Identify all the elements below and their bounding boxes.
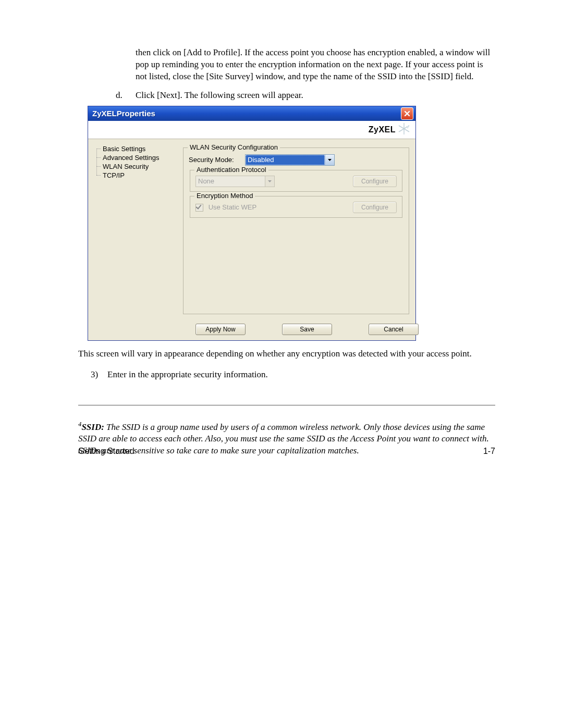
nav-tree: Basic Settings Advanced Settings WLAN Se…	[93, 143, 177, 318]
group-title: Encryption Method	[194, 192, 255, 200]
svg-line-4	[399, 129, 404, 132]
configure-auth-button: Configure	[353, 176, 397, 187]
dialog-body: Basic Settings Advanced Settings WLAN Se…	[88, 139, 415, 320]
brand-row: ZyXEL	[88, 121, 415, 139]
close-icon	[404, 110, 410, 117]
page-footer: Getting Started 1-7	[78, 447, 495, 456]
window-title: ZyXELProperties	[92, 109, 401, 118]
save-button[interactable]: Save	[282, 324, 332, 335]
authentication-protocol-group: Authentication Protocol None Configure	[190, 170, 402, 192]
text: then click on [Add to Profile]. If the a…	[136, 47, 495, 83]
security-mode-row: Security Mode: Disabled	[189, 154, 403, 166]
footer-section-title: Getting Started	[78, 447, 134, 456]
list-marker: 3)	[91, 369, 107, 380]
encryption-method-group: Encryption Method Use Static WEP Configu…	[190, 196, 402, 218]
content-panel: WLAN Security Configuration Security Mod…	[182, 143, 410, 318]
tree-item-tcpip[interactable]: TCP/IP	[93, 171, 177, 180]
tree-item-basic-settings[interactable]: Basic Settings	[93, 144, 177, 153]
step-3: 3) Enter in the appropriate security inf…	[91, 369, 495, 380]
document-page: then click on [Add to Profile]. If the a…	[0, 0, 563, 728]
auth-protocol-select: None	[195, 176, 275, 187]
dialog-button-row: Apply Now Save Cancel	[182, 320, 415, 340]
svg-line-2	[404, 129, 409, 132]
chevron-down-icon	[325, 155, 334, 165]
titlebar[interactable]: ZyXELProperties	[88, 106, 415, 121]
footnote-label: SSID:	[81, 422, 104, 431]
group-title: Authentication Protocol	[194, 166, 268, 174]
text: This screen will vary in appearance depe…	[78, 348, 495, 360]
security-mode-value: Disabled	[246, 155, 325, 165]
list-marker: d.	[116, 90, 136, 101]
security-mode-label: Security Mode:	[189, 156, 241, 164]
group-title: WLAN Security Configuration	[188, 143, 280, 151]
dialog-screenshot: ZyXELProperties ZyXEL	[88, 106, 495, 341]
zyxel-properties-dialog: ZyXELProperties ZyXEL	[88, 106, 416, 341]
tree-item-wlan-security[interactable]: WLAN Security	[93, 162, 177, 171]
paragraph-continuation: then click on [Add to Profile]. If the a…	[136, 47, 495, 83]
step-text: Click [Next]. The following screen will …	[136, 90, 303, 101]
brand-label: ZyXEL	[369, 125, 396, 134]
horizontal-rule	[78, 405, 495, 405]
use-static-wep-row: Use Static WEP	[195, 203, 256, 212]
use-static-wep-checkbox	[195, 204, 203, 212]
brand-logo-icon	[398, 123, 410, 136]
security-mode-select[interactable]: Disabled	[245, 154, 335, 166]
wlan-security-config-group: WLAN Security Configuration Security Mod…	[183, 147, 409, 314]
svg-line-5	[399, 126, 404, 129]
apply-now-button[interactable]: Apply Now	[195, 324, 246, 335]
close-button[interactable]	[401, 107, 413, 120]
step-d: d. Click [Next]. The following screen wi…	[116, 90, 495, 101]
footer-page-number: 1-7	[483, 447, 495, 456]
chevron-down-icon	[265, 176, 274, 187]
step-text: Enter in the appropriate security inform…	[107, 369, 268, 380]
auth-protocol-value: None	[196, 176, 265, 187]
tree-item-advanced-settings[interactable]: Advanced Settings	[93, 153, 177, 162]
paragraph: This screen will vary in appearance depe…	[78, 348, 495, 360]
use-static-wep-label: Use Static WEP	[209, 203, 256, 211]
configure-encryption-button: Configure	[353, 202, 397, 213]
cancel-button[interactable]: Cancel	[369, 324, 419, 335]
